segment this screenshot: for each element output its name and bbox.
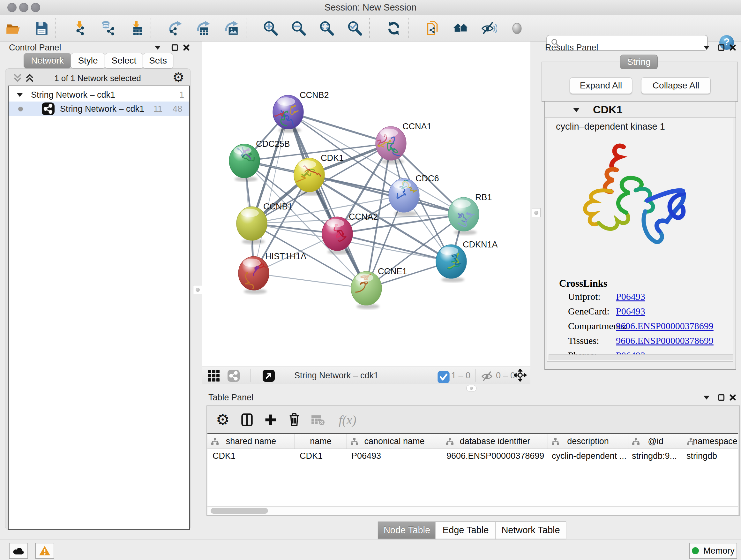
network-node-CCNB1[interactable]: CCNB1 bbox=[237, 202, 293, 244]
cloud-status-button[interactable] bbox=[9, 543, 28, 559]
zoom-fit-button[interactable] bbox=[318, 19, 336, 37]
column-header-canonical-name[interactable]: canonical name bbox=[347, 434, 442, 449]
network-node-CDKN1A[interactable]: CDKN1A bbox=[436, 240, 498, 282]
share-document-button[interactable] bbox=[424, 19, 442, 37]
import-table-file-button[interactable] bbox=[128, 19, 145, 37]
delete-column-trash-icon[interactable] bbox=[286, 412, 302, 428]
expand-all-button[interactable]: Expand All bbox=[569, 77, 632, 94]
eye-button[interactable] bbox=[508, 19, 526, 37]
column-header-description[interactable]: description bbox=[548, 434, 628, 449]
protein-collapse-icon[interactable] bbox=[572, 105, 581, 114]
hidden-eye-icon[interactable] bbox=[481, 370, 493, 383]
save-session-button[interactable] bbox=[32, 19, 51, 37]
table-panel-close-icon[interactable] bbox=[728, 393, 738, 402]
table-hscrollbar-thumb[interactable] bbox=[211, 508, 268, 514]
network-node-CCNB2[interactable]: CCNB2 bbox=[273, 90, 329, 133]
import-network-database-button[interactable] bbox=[99, 19, 118, 37]
control-panel-float-icon[interactable] bbox=[170, 43, 180, 52]
cell-shared-name[interactable]: CDK1 bbox=[207, 449, 294, 463]
network-canvas[interactable]: CCNB2 CCNA1 CDC25B CDK1 CDC6 RB1 CCNB1 bbox=[202, 42, 530, 367]
grid-view-icon[interactable] bbox=[207, 369, 220, 382]
fit-selected-crosshair-icon[interactable] bbox=[514, 369, 528, 383]
table-options-gear-icon[interactable]: ⚙ bbox=[214, 412, 231, 428]
export-network-button[interactable] bbox=[166, 19, 185, 37]
results-panel-close-icon[interactable] bbox=[728, 43, 738, 52]
cell-name[interactable]: CDK1 bbox=[294, 449, 346, 463]
network-node-CCNE1[interactable]: CCNE1 bbox=[351, 266, 407, 309]
crosslink-link[interactable]: 9606.ENSP00000378699 bbox=[616, 320, 714, 331]
results-panel-float-icon[interactable] bbox=[717, 43, 726, 52]
column-header-name[interactable]: name bbox=[295, 434, 347, 449]
crosslink-link[interactable]: 9606.ENSP00000378699 bbox=[616, 335, 714, 346]
collapse-all-button[interactable]: Collapse All bbox=[641, 77, 711, 94]
tab-network[interactable]: Network bbox=[23, 53, 71, 68]
string-home-button[interactable] bbox=[452, 19, 470, 37]
bottom-splitter-handle[interactable] bbox=[466, 385, 476, 391]
show-columns-icon[interactable] bbox=[239, 412, 255, 428]
zoom-in-button[interactable] bbox=[262, 19, 280, 37]
birds-eye-view-icon[interactable] bbox=[262, 369, 275, 382]
function-builder-icon: f(x) bbox=[333, 412, 362, 428]
table-hscrollbar[interactable] bbox=[207, 506, 738, 515]
create-column-plus-icon[interactable] bbox=[262, 412, 279, 428]
warnings-button[interactable] bbox=[35, 543, 54, 559]
tab-string[interactable]: String bbox=[620, 55, 658, 69]
string-network-icon bbox=[42, 102, 55, 116]
cloud-icon bbox=[12, 546, 25, 556]
column-header-namespace[interactable]: namespace bbox=[683, 434, 738, 449]
right-splitter-handle[interactable] bbox=[532, 208, 541, 217]
collection-expand-icon[interactable] bbox=[16, 91, 24, 99]
toolbar-separator bbox=[151, 18, 151, 38]
column-header--id[interactable]: @id bbox=[628, 434, 683, 449]
control-panel-close-icon[interactable] bbox=[182, 43, 191, 52]
cell-database-identifier[interactable]: 9606.ENSP00000378699 bbox=[441, 449, 547, 463]
network-collection-row[interactable]: String Network – cdk1 1 bbox=[9, 88, 189, 102]
network-row[interactable]: String Network – cdk1 11 48 bbox=[9, 102, 189, 116]
protein-card-header[interactable]: CDK1 bbox=[545, 102, 736, 118]
crosslink-link[interactable]: P06493 bbox=[616, 306, 645, 317]
memory-button[interactable]: Memory bbox=[689, 543, 737, 559]
tab-select[interactable]: Select bbox=[105, 53, 143, 68]
refresh-view-button[interactable] bbox=[385, 19, 403, 37]
crosslink-row: Uniprot: P06493 bbox=[568, 291, 728, 306]
selected-checkbox-icon[interactable] bbox=[437, 371, 448, 381]
network-node-RB1[interactable]: RB1 bbox=[448, 192, 492, 235]
hide-panel-button[interactable] bbox=[480, 19, 498, 37]
crosslink-label: Uniprot: bbox=[568, 291, 601, 302]
zoom-out-button[interactable] bbox=[290, 19, 308, 37]
table-panel-float-icon[interactable] bbox=[717, 393, 726, 402]
table-panel-menu-icon[interactable] bbox=[702, 393, 711, 402]
tab-node-table[interactable]: Node Table bbox=[378, 521, 436, 539]
view-network-title: String Network – cdk1 bbox=[294, 371, 379, 381]
tab-edge-table[interactable]: Edge Table bbox=[435, 521, 496, 539]
network-node-CCNA1[interactable]: CCNA1 bbox=[373, 122, 432, 164]
zoom-fit-icon bbox=[319, 20, 335, 37]
protein-card-scrollbar[interactable] bbox=[549, 354, 733, 360]
open-session-button[interactable] bbox=[4, 19, 22, 37]
zoom-selected-button[interactable] bbox=[346, 19, 364, 37]
column-header-shared-name[interactable]: shared name bbox=[207, 434, 295, 449]
crosslink-link[interactable]: P06493 bbox=[616, 291, 645, 302]
cell-namespace[interactable]: stringdb bbox=[681, 449, 738, 463]
cell-canonical-name[interactable]: P06493 bbox=[346, 449, 441, 463]
network-node-CCNA2[interactable]: CCNA2 bbox=[322, 212, 378, 254]
export-image-button[interactable] bbox=[223, 19, 241, 37]
cell-description[interactable]: cyclin-dependent ... bbox=[547, 449, 627, 463]
cell--id[interactable]: stringdb:9... bbox=[627, 449, 681, 463]
string-view-icon[interactable] bbox=[227, 369, 240, 382]
network-options-gear-icon[interactable]: ⚙ bbox=[172, 70, 185, 85]
column-header-database-identifier[interactable]: database identifier bbox=[442, 434, 548, 449]
tab-sets[interactable]: Sets bbox=[143, 53, 173, 68]
left-splitter-handle[interactable] bbox=[193, 285, 202, 294]
node-label-CDK1: CDK1 bbox=[321, 153, 344, 163]
network-node-HIST1H1A[interactable]: HIST1H1A bbox=[239, 252, 307, 294]
network-node-CDC25B[interactable]: CDC25B bbox=[229, 139, 290, 182]
results-panel-menu-icon[interactable] bbox=[702, 43, 711, 52]
tab-network-table[interactable]: Network Table bbox=[495, 521, 566, 539]
import-network-file-button[interactable] bbox=[71, 19, 89, 37]
node-label-CCNE1: CCNE1 bbox=[378, 266, 407, 276]
export-table-button[interactable] bbox=[195, 19, 212, 37]
tab-style[interactable]: Style bbox=[71, 53, 105, 68]
control-panel-menu-icon[interactable] bbox=[153, 43, 162, 52]
node-table-row[interactable]: CDK1CDK1P064939606.ENSP00000378699cyclin… bbox=[207, 449, 738, 463]
